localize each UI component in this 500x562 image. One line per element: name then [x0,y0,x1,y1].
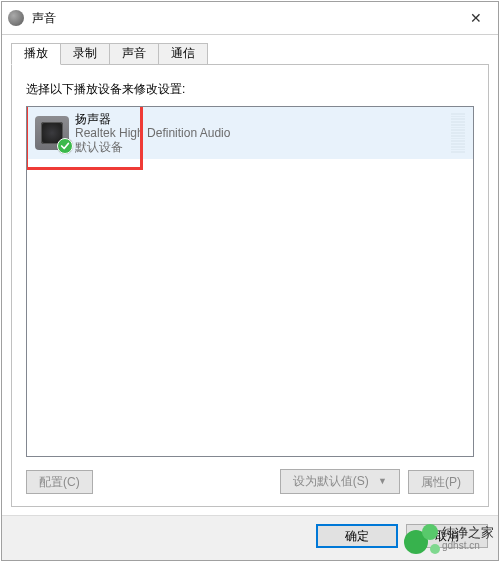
close-icon: ✕ [470,10,482,26]
set-default-button[interactable]: 设为默认值(S) ▼ [280,469,400,494]
app-icon [8,10,24,26]
tab-record[interactable]: 录制 [61,43,110,64]
set-default-label: 设为默认值(S) [293,474,369,488]
device-list[interactable]: 扬声器 Realtek High Definition Audio 默认设备 [26,106,474,457]
panel-button-row: 配置(C) 设为默认值(S) ▼ 属性(P) [26,469,474,494]
watermark-brand: 纯净之家 gdhst.cn [402,520,496,558]
properties-button[interactable]: 属性(P) [408,470,474,494]
playback-panel: 选择以下播放设备来修改设置: 扬声器 Realtek High Definiti… [11,64,489,507]
brand-url: gdhst.cn [442,539,494,552]
close-button[interactable]: ✕ [453,3,498,34]
device-item-speakers[interactable]: 扬声器 Realtek High Definition Audio 默认设备 [27,107,473,159]
tab-bar: 播放 录制 声音 通信 [11,42,489,64]
ok-button[interactable]: 确定 [316,524,398,548]
sound-dialog-window: 声音 ✕ 播放 录制 声音 通信 选择以下播放设备来修改设置: [1,1,499,561]
tab-playback[interactable]: 播放 [11,43,61,65]
tab-communication[interactable]: 通信 [159,43,208,64]
device-icon-wrap [35,116,69,150]
titlebar: 声音 ✕ [2,2,498,35]
device-status: 默认设备 [75,140,230,154]
brand-name: 纯净之家 [442,526,494,539]
configure-button[interactable]: 配置(C) [26,470,93,494]
device-driver: Realtek High Definition Audio [75,126,230,140]
window-title: 声音 [32,10,453,26]
device-text: 扬声器 Realtek High Definition Audio 默认设备 [75,112,230,154]
level-meter [451,113,465,153]
chevron-down-icon: ▼ [378,473,387,489]
dialog-body: 播放 录制 声音 通信 选择以下播放设备来修改设置: 扬声器 [2,35,498,515]
instruction-text: 选择以下播放设备来修改设置: [26,81,474,98]
brand-logo-icon [404,522,438,556]
device-name: 扬声器 [75,112,230,126]
default-check-icon [57,138,73,154]
tab-sound[interactable]: 声音 [110,43,159,64]
